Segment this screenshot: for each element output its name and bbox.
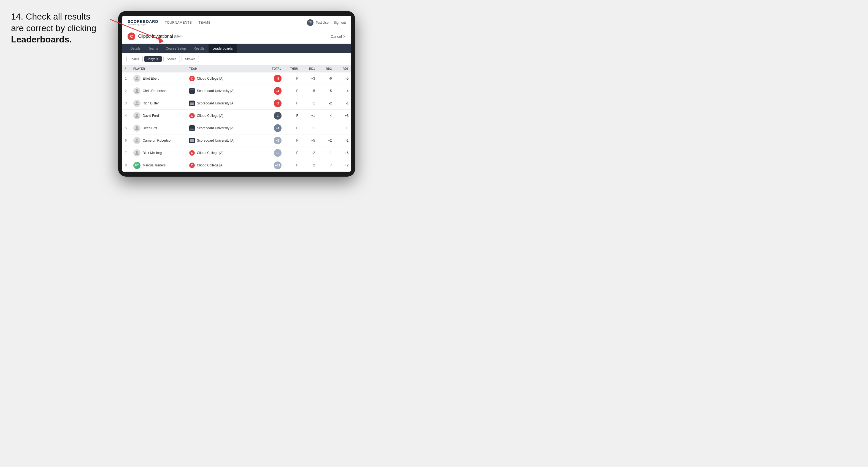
col-team: TEAM — [186, 65, 248, 72]
col-rank: # — [122, 65, 130, 72]
svg-rect-19 — [190, 141, 194, 142]
team-cell: Scoreboard University [A] — [186, 122, 248, 134]
rank-cell: 3 — [122, 97, 130, 110]
svg-rect-5 — [190, 91, 194, 91]
score-badge: E — [274, 112, 282, 120]
team-cell: CClippd College [A] — [186, 147, 248, 159]
team-name: Clippd College [A] — [197, 114, 223, 118]
thru-cell: F — [284, 85, 301, 97]
user-avatar: TU — [307, 19, 313, 26]
tab-course-setup[interactable]: Course Setup — [162, 44, 189, 53]
table-body: 1Elliot EbertCClippd College [A]-8F+3-6-… — [122, 72, 351, 172]
player-avatar: MT — [133, 162, 141, 169]
rd3-cell: -1 — [335, 97, 351, 110]
rd3-cell: +6 — [335, 147, 351, 159]
cancel-button[interactable]: Cancel ✕ — [331, 34, 346, 38]
rd2-cell: +5 — [318, 85, 335, 97]
tournament-name: Clippd Invitational — [138, 34, 173, 39]
player-avatar — [133, 87, 141, 94]
player-avatar — [133, 75, 141, 82]
tab-results[interactable]: Results — [190, 44, 209, 53]
svg-rect-15 — [190, 129, 194, 129]
nav-teams[interactable]: TEAMS — [198, 20, 211, 26]
player-name: Marcus Turners — [143, 163, 165, 167]
score-badge: -8 — [274, 75, 282, 82]
player-name: Rich Butler — [143, 101, 159, 105]
svg-rect-9 — [190, 103, 194, 103]
rd2-cell: +1 — [318, 147, 335, 159]
team-cell: Scoreboard University [A] — [186, 85, 248, 97]
rd1-cell: +2 — [301, 159, 318, 172]
svg-rect-8 — [190, 102, 194, 102]
table-row: 4David FordCClippd College [A]EF+1-4+3 — [122, 110, 351, 122]
nav-items: TOURNAMENTS TEAMS — [165, 20, 307, 26]
table-row: 5Rees BrittScoreboard University [A]+1F+… — [122, 122, 351, 134]
player-avatar — [133, 125, 141, 132]
player-name: Elliot Ebert — [143, 76, 159, 81]
filter-scores[interactable]: Scores — [163, 56, 180, 62]
device-container: SCOREBOARD Powered by clippd TOURNAMENTS… — [118, 11, 355, 177]
rd3-cell: +3 — [335, 110, 351, 122]
table-row: 6Cameron RobertsonScoreboard University … — [122, 134, 351, 147]
rd3-cell: -4 — [335, 85, 351, 97]
instruction-emphasis: Leaderboards. — [11, 34, 72, 44]
col-rd1: RD1 — [301, 65, 318, 72]
tab-teams[interactable]: Teams — [144, 44, 162, 53]
svg-rect-14 — [190, 128, 194, 128]
thru-cell: F — [284, 72, 301, 85]
rd3-cell: +2 — [335, 159, 351, 172]
rd2-cell: E — [318, 122, 335, 134]
player-cell: Blair McHarg — [131, 147, 186, 159]
thru-cell: F — [284, 110, 301, 122]
player-cell: Cameron Robertson — [131, 134, 186, 147]
svg-rect-17 — [190, 139, 194, 140]
player-name: Chris Robertson — [143, 89, 167, 93]
col-player: PLAYER — [131, 65, 186, 72]
svg-point-12 — [136, 126, 138, 128]
score-badge: +11 — [274, 161, 282, 169]
nav-tournaments[interactable]: TOURNAMENTS — [165, 20, 192, 26]
team-logo: C — [189, 76, 195, 81]
thru-cell: F — [284, 134, 301, 147]
rd1-cell: +5 — [301, 134, 318, 147]
rd1-cell: -5 — [301, 85, 318, 97]
score-badge: +9 — [274, 149, 282, 157]
tablet-device: SCOREBOARD Powered by clippd TOURNAMENTS… — [118, 11, 355, 177]
svg-point-7 — [136, 101, 138, 103]
sign-out-link[interactable]: Sign out — [334, 21, 346, 25]
team-cell: CClippd College [A] — [186, 110, 248, 122]
rd2-cell: -6 — [318, 72, 335, 85]
filter-teams[interactable]: Teams — [126, 56, 143, 62]
filter-players[interactable]: Players — [144, 56, 162, 62]
rank-cell: 4 — [122, 110, 130, 122]
svg-rect-10 — [190, 104, 194, 105]
tablet-screen: SCOREBOARD Powered by clippd TOURNAMENTS… — [122, 16, 351, 172]
player-name: Rees Britt — [143, 126, 157, 130]
table-row: 1Elliot EbertCClippd College [A]-8F+3-6-… — [122, 72, 351, 85]
rd1-cell: +1 — [301, 122, 318, 134]
svg-point-20 — [136, 151, 138, 153]
total-cell: +1 — [265, 122, 284, 134]
team-cell: Scoreboard University [A] — [186, 97, 248, 110]
table-row: 3Rich ButlerScoreboard University [A]-2F… — [122, 97, 351, 110]
tab-details[interactable]: Details — [126, 44, 144, 53]
nav-right: TU Test User | Sign out — [307, 19, 346, 26]
score-badge: -2 — [274, 99, 282, 107]
total-cell: +11 — [265, 159, 284, 172]
rd2-cell: -4 — [318, 110, 335, 122]
thru-cell: F — [284, 147, 301, 159]
col-total: TOTAL — [265, 65, 284, 72]
rank-cell: 6 — [122, 134, 130, 147]
rd3-cell: -5 — [335, 72, 351, 85]
player-avatar — [133, 112, 141, 119]
table-row: 8MTMarcus TurnersCClippd College [A]+11F… — [122, 159, 351, 172]
team-name: Clippd College [A] — [197, 163, 223, 167]
score-badge: +6 — [274, 137, 282, 144]
filter-strokes[interactable]: Strokes — [182, 56, 199, 62]
svg-point-16 — [136, 138, 138, 141]
thru-cell: F — [284, 97, 301, 110]
rd2-cell: -2 — [318, 97, 335, 110]
team-cell: CClippd College [A] — [186, 72, 248, 85]
team-logo — [189, 138, 195, 143]
tab-leaderboards[interactable]: Leaderboards — [209, 44, 237, 53]
